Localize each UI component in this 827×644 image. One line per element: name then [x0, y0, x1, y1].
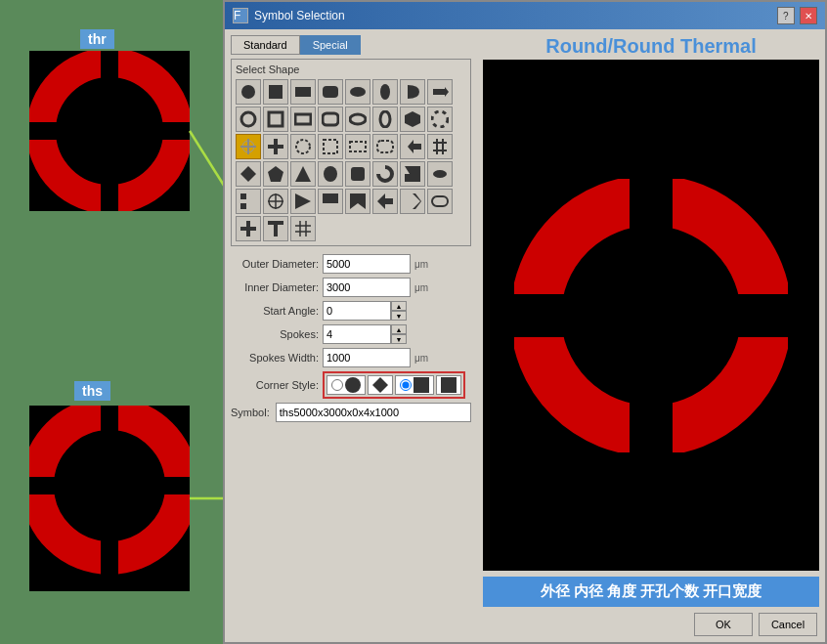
svg-marker-34 [408, 140, 421, 153]
shape-selector-group: Select Shape [231, 59, 471, 246]
svg-rect-32 [350, 142, 366, 151]
shape-partial-ring[interactable] [372, 161, 398, 187]
shape-chevron[interactable] [400, 189, 425, 214]
shape-rr-ring[interactable] [318, 107, 343, 132]
shape-t[interactable] [263, 216, 288, 241]
cancel-button[interactable]: Cancel [759, 613, 817, 636]
shape-ov-ring2[interactable] [372, 107, 398, 132]
outer-diameter-row: Outer Diameter: μm [231, 254, 471, 274]
start-angle-spinner-btns: ▲ ▼ [391, 301, 407, 321]
shape-tri-right[interactable] [290, 189, 316, 214]
svg-point-17 [241, 112, 255, 126]
corner-round-opt[interactable] [326, 375, 366, 395]
shape-oval-arrow[interactable] [427, 161, 453, 187]
shape-d-shape[interactable] [400, 79, 425, 105]
shape-rect-ring[interactable] [290, 107, 316, 132]
shape-sq-ring[interactable] [263, 107, 288, 132]
spokes-up[interactable]: ▲ [391, 324, 407, 334]
outer-diameter-unit: μm [414, 259, 428, 270]
corner-square-opt2[interactable] [395, 375, 434, 395]
start-angle-input[interactable] [323, 301, 391, 321]
shape-lt[interactable] [236, 189, 261, 214]
shape-triangle[interactable] [290, 161, 316, 187]
shape-flag[interactable] [318, 189, 343, 214]
preview-svg [514, 179, 788, 452]
symbol-row: Symbol: [231, 403, 471, 422]
tab-standard[interactable]: Standard [231, 35, 300, 55]
svg-rect-19 [295, 114, 311, 124]
svg-rect-13 [323, 86, 338, 98]
shape-plus[interactable] [236, 216, 261, 241]
shape-hex[interactable] [400, 107, 425, 132]
svg-rect-66 [514, 294, 788, 337]
shape-thermal-sel[interactable] [236, 134, 261, 159]
inner-diameter-unit: μm [414, 282, 428, 293]
tab-special[interactable]: Special [300, 35, 361, 55]
start-angle-down[interactable]: ▼ [391, 311, 407, 321]
shape-cross[interactable] [263, 134, 288, 159]
shape-bookmark[interactable] [345, 189, 370, 214]
shape-crosshair[interactable] [263, 189, 288, 214]
corner-round-icon [345, 377, 361, 393]
spokes-row: Spokes: ▲ ▼ [231, 324, 471, 344]
shape-rr-dots[interactable] [372, 134, 398, 159]
ok-button[interactable]: OK [694, 613, 753, 636]
shape-oval-v[interactable] [372, 79, 398, 105]
right-panel: Round/Round Thermal [477, 29, 825, 607]
spokes-input[interactable] [323, 324, 391, 344]
shape-arrow-l[interactable] [372, 189, 398, 214]
shape-rect-dots[interactable] [345, 134, 370, 159]
shape-pill[interactable] [427, 189, 453, 214]
close-button[interactable]: ✕ [800, 7, 817, 24]
shape-dot-ring[interactable] [290, 134, 316, 159]
shape-ring[interactable] [236, 107, 261, 132]
symbol-input[interactable] [276, 403, 471, 422]
corner-style-row: Corner Style: [231, 371, 471, 399]
shape-hash[interactable] [427, 134, 453, 159]
svg-point-14 [350, 87, 366, 97]
svg-rect-57 [240, 227, 256, 231]
svg-rect-31 [324, 140, 337, 153]
shape-oval-ring[interactable] [345, 107, 370, 132]
svg-rect-46 [240, 203, 246, 209]
shape-round-rect[interactable] [318, 79, 343, 105]
svg-rect-51 [323, 193, 338, 203]
shape-square[interactable] [263, 79, 288, 105]
svg-rect-2 [29, 122, 190, 140]
shape-diamond[interactable] [236, 161, 261, 187]
shape-rect[interactable] [290, 79, 316, 105]
shape-shield[interactable] [318, 161, 343, 187]
svg-rect-29 [268, 145, 283, 149]
shape-rounded-sq[interactable] [345, 161, 370, 187]
svg-rect-5 [29, 477, 190, 494]
ths-label: ths [74, 381, 110, 401]
shape-sq-dots[interactable] [318, 134, 343, 159]
spokes-spinner: ▲ ▼ [323, 324, 407, 344]
spokes-width-input[interactable] [323, 348, 411, 367]
shape-circle[interactable] [236, 79, 261, 105]
corner-round-radio[interactable] [331, 379, 343, 391]
spokes-down[interactable]: ▼ [391, 334, 407, 344]
start-angle-up[interactable]: ▲ [391, 301, 407, 311]
shape-grid[interactable] [290, 216, 316, 241]
dialog-titlebar: F Symbol Selection ? ✕ [225, 2, 825, 29]
shape-oval-h[interactable] [345, 79, 370, 105]
shape-arrow[interactable] [427, 79, 453, 105]
svg-point-21 [350, 114, 366, 124]
svg-marker-40 [268, 166, 283, 182]
svg-rect-11 [269, 85, 283, 99]
shape-star[interactable] [427, 107, 453, 132]
corner-sq-opt3[interactable] [436, 375, 461, 395]
corner-square-opt1[interactable] [368, 375, 393, 395]
inner-diameter-input[interactable] [323, 278, 411, 297]
shape-left-arrow[interactable] [400, 134, 425, 159]
spokes-spinner-btns: ▲ ▼ [391, 324, 407, 344]
svg-point-10 [241, 85, 255, 99]
corner-square-radio[interactable] [400, 379, 412, 391]
corner-options [323, 371, 465, 399]
svg-marker-39 [240, 166, 256, 182]
shape-notch[interactable] [400, 161, 425, 187]
help-button[interactable]: ? [777, 7, 795, 24]
outer-diameter-input[interactable] [323, 254, 411, 274]
shape-pentagon[interactable] [263, 161, 288, 187]
